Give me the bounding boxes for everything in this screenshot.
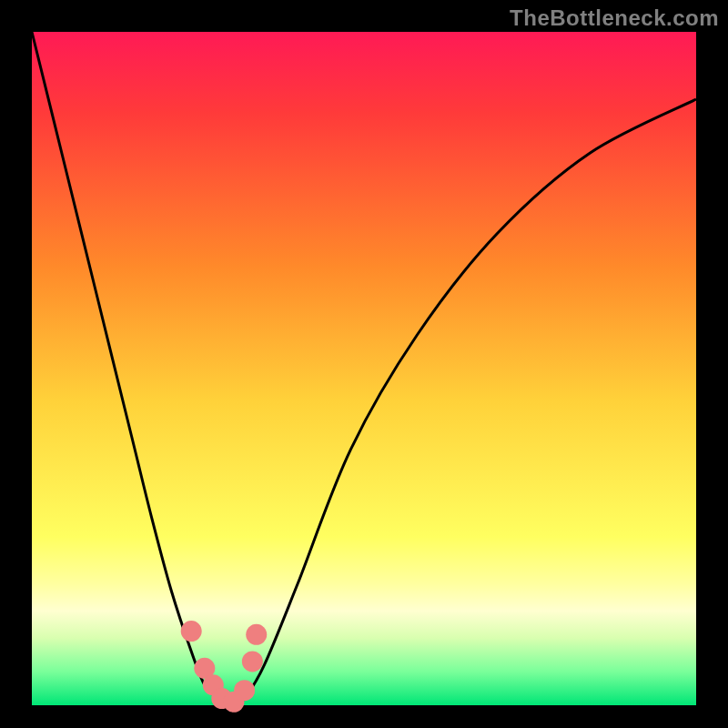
gradient-background	[32, 32, 696, 705]
marker-dot	[246, 624, 267, 645]
marker-dot	[181, 621, 202, 642]
chart-container: { "watermark": "TheBottleneck.com", "cha…	[0, 0, 728, 728]
bottleneck-chart	[0, 0, 728, 728]
marker-dot	[234, 680, 255, 701]
watermark-text: TheBottleneck.com	[510, 5, 719, 31]
marker-dot	[242, 651, 263, 672]
